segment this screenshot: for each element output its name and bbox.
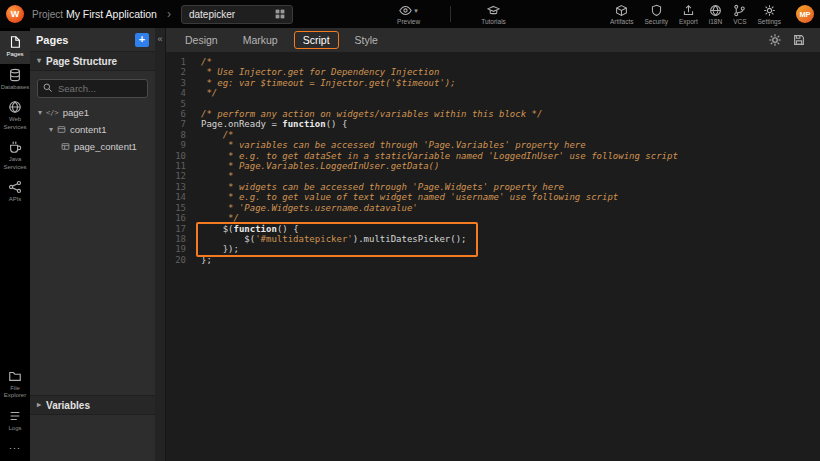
apis-icon: [8, 180, 22, 194]
code-lines[interactable]: /* * Use Injector.get for Dependency Inj…: [193, 57, 820, 461]
gear-icon[interactable]: [768, 33, 782, 47]
main-area: Design Markup Script Style 1234567891011…: [166, 28, 820, 461]
code-line[interactable]: * variables can be accessed through 'Pag…: [201, 140, 820, 150]
tab-markup[interactable]: Markup: [234, 31, 287, 49]
caret-down-icon: ▾: [37, 57, 41, 65]
tutorials-button[interactable]: Tutorials: [481, 4, 506, 25]
code-line[interactable]: /*: [201, 57, 820, 67]
user-avatar[interactable]: MP: [796, 5, 814, 23]
tree-item-content1[interactable]: ▾ content1: [30, 121, 155, 138]
preview-icon: [399, 4, 412, 17]
pages-panel-header: Pages +: [30, 28, 155, 51]
code-line[interactable]: * Use Injector.get for Dependency Inject…: [201, 67, 820, 77]
page-structure-header[interactable]: ▾ Page Structure: [30, 51, 155, 71]
export-icon: [682, 4, 695, 17]
pages-icon: [8, 35, 22, 49]
tutorials-label: Tutorials: [481, 18, 506, 25]
rail-item-databases[interactable]: Databases: [0, 64, 30, 97]
project-name: My First Application: [66, 8, 157, 20]
export-button[interactable]: Export: [679, 4, 698, 25]
artifacts-label: Artifacts: [610, 18, 633, 25]
rail-label: Logs: [8, 425, 21, 433]
code-line[interactable]: * e.g. to get value of text widget named…: [201, 192, 820, 202]
editor-tabbar: Design Markup Script Style: [166, 28, 820, 52]
preview-button[interactable]: ▾ Preview: [397, 4, 420, 25]
caret-down-icon[interactable]: ▾: [414, 7, 418, 14]
wavemaker-logo[interactable]: W: [6, 5, 24, 23]
settings-label: Settings: [758, 18, 782, 25]
project-label: Project: [32, 9, 63, 20]
pages-panel: Pages + ▾ Page Structure ▾ </> page1 ▾ c…: [30, 28, 155, 461]
code-line[interactable]: *: [201, 171, 820, 181]
code-line[interactable]: * e.g. to get dataSet in a staticVariabl…: [201, 151, 820, 161]
logs-icon: [8, 409, 22, 423]
open-page-tab-datepicker[interactable]: datepicker: [181, 5, 293, 24]
rail-item-logs[interactable]: Logs: [0, 405, 30, 438]
code-line[interactable]: * widgets can be accessed through 'Page.…: [201, 182, 820, 192]
i18n-button[interactable]: i18N: [709, 4, 722, 25]
code-icon: </>: [46, 109, 59, 117]
tree-item-page-content1[interactable]: page_content1: [30, 138, 155, 155]
settings-button[interactable]: Settings: [758, 4, 782, 25]
vcs-label: VCS: [733, 18, 746, 25]
panel-collapse-strip: «: [155, 28, 166, 461]
pages-panel-title: Pages: [36, 34, 68, 46]
collapse-panel-icon[interactable]: «: [157, 35, 162, 44]
rail-item-web-services[interactable]: Web Services: [0, 96, 30, 136]
web-services-icon: [8, 100, 22, 114]
save-icon[interactable]: [792, 33, 806, 47]
more-options-icon[interactable]: ···: [9, 437, 21, 461]
caret-right-icon: ▸: [37, 401, 41, 409]
tree-item-label: content1: [70, 124, 106, 135]
code-line[interactable]: $('#multidatepicker').multiDatesPicker()…: [201, 234, 467, 244]
highlight-box: $(function() { $('#multidatepicker').mul…: [196, 222, 478, 257]
chevron-right-icon: ›: [167, 7, 171, 21]
page-structure-title: Page Structure: [46, 56, 117, 67]
tree-item-label: page_content1: [74, 141, 137, 152]
code-line[interactable]: */: [201, 88, 820, 98]
rail-label: File Explorer: [1, 385, 29, 400]
rail-item-apis[interactable]: APIs: [0, 176, 30, 209]
topbar-divider: [450, 6, 451, 22]
tab-design[interactable]: Design: [176, 31, 227, 49]
grid-icon[interactable]: [275, 9, 285, 19]
code-line[interactable]: /*: [201, 130, 820, 140]
page-structure-tree: ▾ </> page1 ▾ content1 page_content1: [30, 104, 155, 395]
databases-icon: [8, 68, 22, 82]
code-line[interactable]: /* perform any action on widgets/variabl…: [201, 109, 820, 119]
rail-item-file-explorer[interactable]: File Explorer: [0, 365, 30, 405]
caret-down-icon[interactable]: ▾: [49, 126, 53, 134]
script-editor[interactable]: 1234567891011121314151617181920 /* * Use…: [166, 52, 820, 461]
layout-icon: [57, 125, 66, 134]
code-line[interactable]: });: [201, 244, 467, 254]
settings-icon: [763, 4, 776, 17]
rail-item-java-services[interactable]: Java Services: [0, 136, 30, 176]
code-line[interactable]: * 'Page.Widgets.username.datavalue': [201, 203, 820, 213]
variables-title: Variables: [46, 400, 90, 411]
open-page-tab-label: datepicker: [189, 9, 235, 20]
search-wrap: [30, 71, 155, 104]
i18n-label: i18N: [709, 18, 722, 25]
left-rail: Pages Databases Web Services Java Servic…: [0, 28, 30, 461]
java-services-icon: [8, 140, 22, 154]
code-line[interactable]: * eg: var $timeout = Injector.get('$time…: [201, 78, 820, 88]
rail-item-pages[interactable]: Pages: [0, 31, 30, 64]
caret-down-icon[interactable]: ▾: [38, 109, 42, 117]
export-label: Export: [679, 18, 698, 25]
rail-label: Pages: [6, 51, 23, 59]
add-page-button[interactable]: +: [135, 33, 149, 47]
tab-style[interactable]: Style: [346, 31, 387, 49]
tab-script[interactable]: Script: [294, 31, 339, 49]
code-line[interactable]: $(function() {: [201, 224, 467, 234]
code-line[interactable]: [201, 99, 820, 109]
search-icon: [42, 82, 53, 93]
artifacts-button[interactable]: Artifacts: [610, 4, 633, 25]
search-input[interactable]: [37, 79, 148, 98]
security-button[interactable]: Security: [644, 4, 667, 25]
code-line[interactable]: * Page.Variables.LoggedInUser.getData(): [201, 161, 820, 171]
variables-section-header[interactable]: ▸ Variables: [30, 395, 155, 415]
tree-item-page1[interactable]: ▾ </> page1: [30, 104, 155, 121]
project-breadcrumb[interactable]: Project My First Application: [32, 8, 157, 20]
vcs-button[interactable]: VCS: [733, 4, 746, 25]
code-line[interactable]: Page.onReady = function() {: [201, 119, 820, 129]
